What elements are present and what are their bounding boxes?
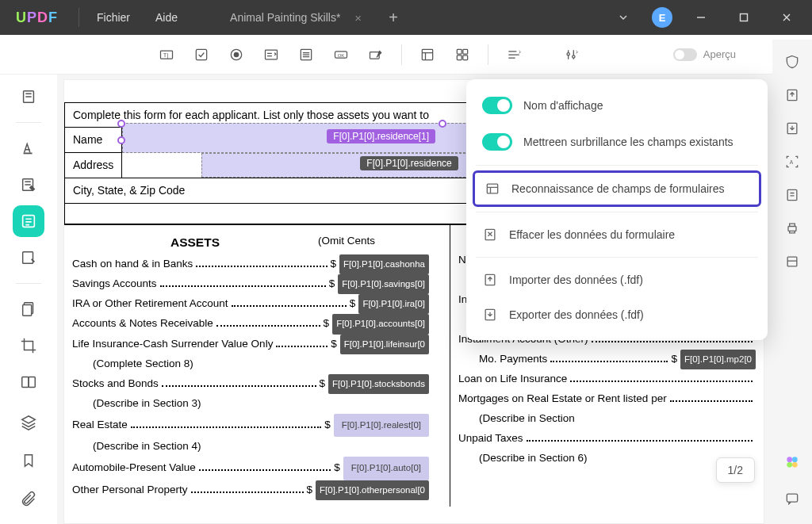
grid-tool[interactable]: [448, 40, 477, 69]
compress-tool[interactable]: [778, 181, 806, 209]
asset-row: (Describe in Section 6): [458, 449, 756, 469]
svg-rect-39: [787, 494, 797, 502]
svg-rect-1: [741, 14, 748, 21]
svg-point-17: [567, 52, 569, 55]
ocr-tool[interactable]: A: [778, 147, 806, 176]
svg-rect-14: [463, 49, 468, 54]
compare-tool[interactable]: [13, 366, 44, 398]
protect-tool[interactable]: [778, 48, 806, 76]
document-tab[interactable]: Animal Painting Skills* ×: [222, 0, 370, 35]
svg-text:A: A: [790, 159, 794, 165]
bookmark-tool[interactable]: [13, 445, 44, 476]
form-tool[interactable]: [13, 205, 44, 237]
export-tool[interactable]: [778, 114, 806, 143]
asset-row: Life Insurance-Cash Surrender Value Only…: [72, 335, 429, 354]
svg-point-6: [234, 52, 239, 57]
omit-cents: (Omit Cents: [318, 231, 429, 254]
layers-tool[interactable]: [13, 407, 44, 438]
dropdown-tool[interactable]: [257, 40, 285, 69]
svg-rect-21: [24, 153, 33, 155]
tab-close-icon[interactable]: ×: [354, 11, 362, 25]
form-layout-tool[interactable]: [413, 40, 442, 69]
menu-clear-data[interactable]: Effacer les données du formulaire: [466, 217, 768, 252]
toggle-switch-icon: [673, 48, 697, 61]
pages-tool[interactable]: [13, 293, 44, 325]
reader-tool[interactable]: [13, 81, 44, 113]
svg-rect-27: [22, 377, 29, 388]
signature-tool[interactable]: [362, 40, 390, 69]
field-tag[interactable]: F[0].P1[0].cashonha: [339, 254, 429, 274]
field-tag[interactable]: F[0].P1[0].auto[0]: [343, 457, 429, 480]
organize-tool[interactable]: [13, 242, 44, 273]
menu-import-data[interactable]: Importer des données (.fdf): [466, 262, 768, 297]
toggle-switch-icon: [482, 133, 512, 151]
assets-heading: ASSETS: [72, 231, 318, 254]
field-tag[interactable]: F[0].P1[0].accounts[0]: [332, 314, 429, 334]
text-field-tool[interactable]: T|: [152, 40, 181, 69]
tab-add-button[interactable]: +: [389, 9, 398, 27]
field-tag: F[0].P1[0].residence: [360, 156, 458, 170]
export-icon: [482, 307, 498, 323]
page-indicator[interactable]: 1/2: [716, 457, 755, 483]
asset-row: Mortgages on Real Estate or Rent listed …: [458, 389, 756, 409]
comment-tool[interactable]: [778, 484, 806, 513]
menu-recognize-fields[interactable]: Reconnaissance de champs de formulaires: [473, 170, 761, 207]
share-tool[interactable]: [778, 81, 806, 109]
field-tag[interactable]: F[0].P1[0].ira[0]: [358, 294, 429, 314]
user-avatar[interactable]: E: [652, 7, 672, 28]
svg-rect-4: [196, 49, 206, 59]
field-tag[interactable]: F[0].P1[0].realest[0]: [334, 414, 429, 437]
asset-row: Accounts & Notes Receivable$F[0].P1[0].a…: [72, 314, 429, 334]
print-tool[interactable]: [778, 214, 806, 243]
svg-rect-32: [787, 189, 797, 200]
svg-rect-24: [23, 252, 33, 264]
svg-rect-12: [422, 49, 432, 59]
button-tool[interactable]: OK: [327, 40, 355, 69]
svg-text:OK: OK: [338, 52, 345, 57]
asset-row: Stocks and Bonds$F[0].P1[0].stocksbonds: [72, 374, 429, 394]
window-minimize[interactable]: [687, 6, 715, 29]
svg-point-36: [792, 457, 798, 462]
radio-tool[interactable]: [222, 40, 251, 69]
svg-rect-28: [29, 377, 35, 388]
field-tag[interactable]: F[0].P1[0].lifeinsur[0: [340, 335, 429, 354]
edit-text-tool[interactable]: [13, 169, 44, 201]
menu-export-data[interactable]: Exporter des données (.fdf): [466, 297, 768, 332]
align-tool[interactable]: [500, 40, 528, 69]
svg-rect-15: [457, 55, 462, 59]
asset-row: (Describe in Section: [458, 409, 756, 429]
field-tag[interactable]: F[0].P1[0].mp2[0: [680, 350, 756, 369]
svg-point-37: [787, 462, 792, 468]
menu-help[interactable]: Aide: [143, 11, 190, 24]
right-sidebar: A: [772, 40, 812, 524]
listbox-tool[interactable]: [292, 40, 320, 69]
chevron-down-icon[interactable]: [609, 6, 638, 29]
crop-tool[interactable]: [13, 330, 44, 361]
form-options-tool[interactable]: [557, 40, 585, 69]
asset-row: Loan on Life Insurance: [458, 369, 756, 389]
preview-toggle[interactable]: Aperçu: [673, 48, 736, 61]
checkbox-tool[interactable]: [187, 40, 216, 69]
svg-rect-26: [23, 305, 32, 316]
address-label: Address: [65, 153, 122, 178]
toggle-switch-icon: [482, 97, 512, 114]
menu-highlight-fields[interactable]: Mettreen surbrillance les champs existan…: [466, 124, 768, 160]
asset-row: Mo. Payments$F[0].P1[0].mp2[0: [458, 350, 756, 369]
flatten-tool[interactable]: [778, 247, 806, 276]
attachment-tool[interactable]: [13, 483, 44, 514]
erase-icon: [482, 227, 498, 243]
menu-display-name[interactable]: Nom d'affichage: [466, 87, 768, 124]
field-tag[interactable]: F[0].P1[0].otherpersonal[0: [316, 480, 429, 500]
asset-row: (Describe in Section 4): [72, 437, 429, 457]
field-tag[interactable]: F[0].P1[0].savings[0]: [338, 274, 429, 294]
menu-file[interactable]: Fichier: [84, 11, 143, 24]
field-tag[interactable]: F[0].P1[0].stocksbonds: [328, 374, 429, 394]
ai-assistant[interactable]: [778, 448, 806, 476]
svg-rect-13: [457, 49, 462, 54]
window-close[interactable]: [772, 6, 801, 29]
svg-text:T|: T|: [163, 52, 169, 59]
window-maximize[interactable]: [730, 6, 758, 29]
highlight-tool[interactable]: [13, 132, 44, 164]
svg-rect-34: [787, 257, 797, 266]
titlebar: UPDF Fichier Aide Animal Painting Skills…: [0, 0, 812, 35]
